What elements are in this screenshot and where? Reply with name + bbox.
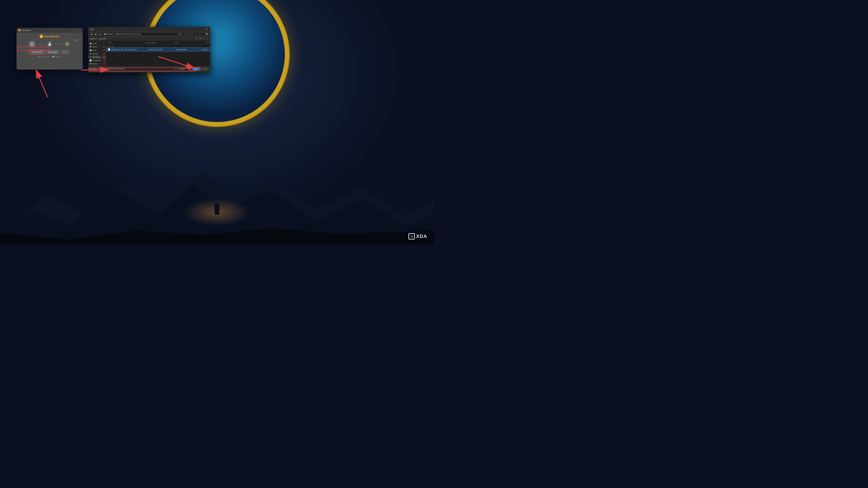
pin-icon-downloads: 📌 [103,56,105,58]
home-icon: 🏠 [90,42,92,44]
sidebar-label-desktop: Desktop [92,53,98,55]
sidebar-item-desktop[interactable]: 🖥 Desktop 📌 [88,52,106,55]
list-view-button[interactable]: ☰ [195,37,198,40]
search-input[interactable] [182,32,204,36]
nav-up-button[interactable]: ▲ [98,32,102,36]
pin-icon-desktop: 📌 [103,53,105,55]
sidebar-item-drive[interactable]: 💾 Drive 📌 [88,48,106,52]
dialog-bottom-toolbar: Organize ▾ New folder ☰ ⊞ ≡ ? [88,36,210,41]
open-button[interactable]: Open [192,67,200,70]
file-date: 10/8/2024 12:44 PM [148,49,176,51]
details-view-button[interactable]: ≡ [202,37,205,40]
etcher-steps-icons: + 💾 ⚡ [18,41,81,47]
etcher-logo-icon: ⬡ [18,29,21,31]
minimize-button[interactable]: — [75,29,78,31]
xda-bracket: ◻ [408,233,415,239]
filename-input[interactable] [98,67,175,70]
dialog-content: 🏠 Home 🖼 Gallery 📌 💾 Drive 📌 🖥 Desktop 📌… [88,41,210,66]
xda-logo: ◻ XDA [408,233,427,239]
refresh-button[interactable]: ↻ [179,33,181,35]
etcher-body: ⬡ balenaEtcher + 💾 ⚡ Flash from file Sel… [17,33,83,59]
table-row[interactable]: 📄 FydeOS_for_SBC_Pi5_v18.0-io.img 10/8/2… [106,47,210,52]
dialog-title-text: Open [90,28,94,30]
step3-icon: ⚡ [64,41,70,47]
brand-logo-icon: ⬡ [39,35,43,38]
help-icon[interactable]: ? [78,39,81,42]
path-part-1: Downloa... [107,33,114,35]
desktop-icon: 🖥 [90,53,91,55]
new-folder-button[interactable]: New folder [98,38,106,39]
clone-drive-link[interactable]: 📋 Clone drive [52,56,61,57]
sidebar-label-pictures: Pictures [92,63,98,65]
step1-icon: + [29,41,35,47]
dialog-sidebar: 🏠 Home 🖼 Gallery 📌 💾 Drive 📌 🖥 Desktop 📌… [88,41,106,66]
step2-icon: 💾 [46,41,53,47]
path-bar[interactable]: 📁 Downloa... › FydeOS_for_SBC_Pi5_v18.0-… [103,32,178,36]
pin-icon-pics: 📌 [103,63,105,65]
pin-icon-1: 📌 [103,46,105,48]
path-segment-1: Downloa... › [107,33,115,35]
sidebar-item-gallery1[interactable]: 🖼 Gallery 📌 [88,45,106,48]
etcher-extra-row: 🔗 Flash from URL 📋 Clone drive [18,56,81,57]
help-dialog-button[interactable]: ? [206,37,209,40]
pin-icon-docs: 📌 [103,60,105,61]
file-type: Windows.IsoFile [176,49,194,51]
file-icon: 📄 [108,48,110,51]
file-group-yesterday: Yesterday [106,45,210,47]
nav-forward-button[interactable]: ▶ [94,32,98,36]
dialog-footer: File name: OS Images Open Cancel [88,66,210,71]
dialog-titlebar: Open ✕ [88,27,210,32]
open-file-dialog: Open ✕ ◀ ▶ ▲ 📁 Downloa... › FydeOS_for_S… [88,27,210,72]
search-button[interactable]: 🔍 [205,32,209,36]
dialog-list-header: Name Date modified Type Size [106,41,210,44]
cancel-button[interactable]: Cancel [201,67,209,70]
filetype-select[interactable]: OS Images [176,67,191,70]
sidebar-item-documents[interactable]: 📄 Documents 📌 [88,59,106,62]
dialog-toolbar: ◀ ▶ ▲ 📁 Downloa... › FydeOS_for_SBC_Pi5_… [88,32,210,36]
etcher-brand-header: ⬡ balenaEtcher [39,35,60,38]
xda-text: XDA [416,233,427,239]
dialog-file-list: Yesterday 📄 FydeOS_for_SBC_Pi5_v18.0-io.… [106,44,210,66]
path-separator-1: › [114,33,115,35]
close-button[interactable]: ✕ [79,29,81,31]
drive-icon: 💾 [90,49,92,51]
sidebar-item-downloads[interactable]: ⬇ Downloads 📌 [88,55,106,59]
sidebar-label-downloads: Downloads [92,56,100,58]
settings-icon[interactable]: ⚙ [74,39,77,42]
silhouette-figure [215,203,219,215]
flash-button[interactable]: Flash! [61,50,70,55]
file-size: 9,979,98... [194,49,209,51]
sidebar-item-music[interactable]: 🎵 Music 📌 [88,66,106,66]
etcher-title-text: balenaEtcher [22,30,31,31]
etcher-titlebar: ⬡ balenaEtcher — ✕ [17,28,83,33]
sidebar-item-home[interactable]: 🏠 Home [88,42,106,45]
col-header-type[interactable]: Type [175,42,194,43]
col-header-date[interactable]: Date modified [146,42,175,43]
sidebar-label-documents: Documents [93,60,101,61]
select-target-button[interactable]: Select target [46,50,59,55]
flash-from-url-link[interactable]: 🔗 Flash from URL [38,56,50,57]
flash-from-file-button[interactable]: Flash from file [29,50,45,55]
documents-icon: 📄 [90,59,92,61]
path-part-2: FydeOS_for_SBC_Pi5_v18.0-io.img [115,33,141,35]
downloads-icon: ⬇ [90,56,91,58]
grid-view-button[interactable]: ⊞ [198,37,202,40]
nav-back-button[interactable]: ◀ [90,32,93,36]
path-segment-2: FydeOS_for_SBC_Pi5_v18.0-io.img [115,33,141,35]
sidebar-label-gallery1: Gallery [92,46,97,48]
col-header-name[interactable]: Name [107,42,146,43]
organize-button[interactable]: Organize ▾ [90,38,97,40]
pictures-icon: 🖼 [90,63,91,65]
view-buttons: ☰ ⊞ ≡ ? [195,37,209,40]
col-header-size[interactable]: Size [193,42,209,43]
etcher-title-area: ⬡ balenaEtcher [18,29,31,31]
path-folder-icon: 📁 [104,33,106,35]
etcher-brand-bold: Etcher [52,35,60,38]
sidebar-label-drive: Drive [93,50,96,51]
etcher-window: ⬡ balenaEtcher — ✕ ⚙ ? ⬡ balenaEtcher + … [17,28,83,70]
dialog-close-button[interactable]: ✕ [205,28,209,31]
gallery-icon-1: 🖼 [90,46,91,48]
sidebar-label-home: Home [93,43,97,44]
etcher-window-controls: — ✕ [75,29,81,31]
sidebar-item-pictures[interactable]: 🖼 Pictures 📌 [88,62,106,66]
